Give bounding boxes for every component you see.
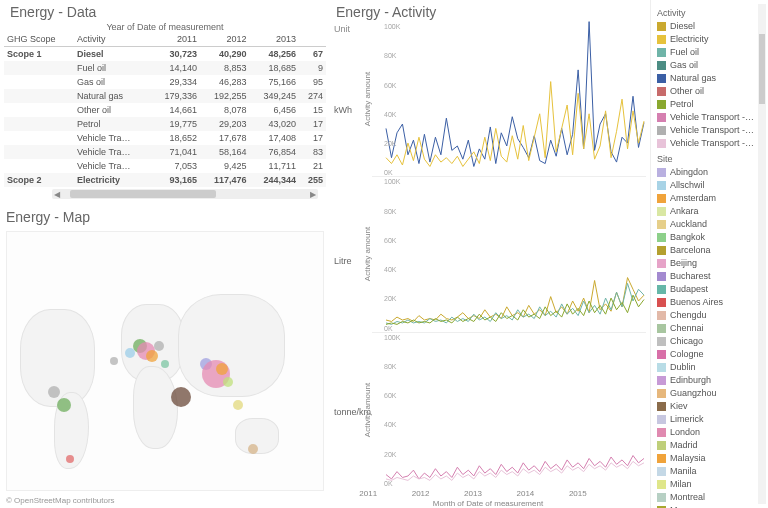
legend-item[interactable]: Malaysia: [657, 452, 764, 465]
map-bubble[interactable]: [154, 341, 164, 351]
legend-item[interactable]: Ankara: [657, 205, 764, 218]
series-line[interactable]: [386, 82, 644, 167]
legend-item[interactable]: Dublin: [657, 361, 764, 374]
legend-item[interactable]: Bucharest: [657, 270, 764, 283]
legend-swatch: [657, 285, 666, 294]
legend-item[interactable]: Abingdon: [657, 166, 764, 179]
legend-item[interactable]: Moscow: [657, 504, 764, 508]
legend-swatch: [657, 389, 666, 398]
legend-panel[interactable]: Activity DieselElectricityFuel oilGas oi…: [651, 0, 768, 508]
series-line[interactable]: [386, 455, 644, 478]
legend-item[interactable]: Vehicle Transport -…: [657, 111, 764, 124]
legend-swatch: [657, 376, 666, 385]
scroll-thumb[interactable]: [70, 190, 216, 198]
legend-swatch: [657, 220, 666, 229]
legend-swatch: [657, 480, 666, 489]
legend-item[interactable]: Petrol: [657, 98, 764, 111]
legend-swatch: [657, 233, 666, 242]
map-bubble[interactable]: [110, 357, 118, 365]
col-header[interactable]: 2012: [200, 32, 250, 47]
legend-item[interactable]: Cologne: [657, 348, 764, 361]
table-row[interactable]: Gas oil29,33446,28375,16695: [4, 75, 326, 89]
legend-item[interactable]: Budapest: [657, 283, 764, 296]
legend-swatch: [657, 259, 666, 268]
legend-item[interactable]: Chicago: [657, 335, 764, 348]
legend-swatch: [657, 337, 666, 346]
legend-item[interactable]: Madrid: [657, 439, 764, 452]
table-row[interactable]: Vehicle Tra…7,0539,42511,71121: [4, 159, 326, 173]
map-bubble[interactable]: [223, 377, 233, 387]
legend-scroll-thumb[interactable]: [759, 34, 765, 104]
legend-item[interactable]: Edinburgh: [657, 374, 764, 387]
energy-data-title: Energy - Data: [4, 0, 326, 22]
col-header[interactable]: 2013: [249, 32, 299, 47]
map-bubble[interactable]: [233, 400, 243, 410]
legend-item[interactable]: Barcelona: [657, 244, 764, 257]
map-bubble[interactable]: [161, 360, 169, 368]
map-bubble[interactable]: [171, 387, 191, 407]
legend-item[interactable]: Buenos Aires: [657, 296, 764, 309]
y-axis-label: Activity amount: [363, 227, 372, 281]
y-axis-label: Activity amount: [363, 72, 372, 126]
legend-swatch: [657, 402, 666, 411]
col-header[interactable]: [299, 32, 326, 47]
series-line[interactable]: [386, 22, 644, 167]
table-row[interactable]: Other oil14,6618,0786,45615: [4, 103, 326, 117]
table-group-header: Year of Date of measurement: [4, 22, 326, 32]
col-header[interactable]: 2011: [150, 32, 200, 47]
legend-item[interactable]: Gas oil: [657, 59, 764, 72]
legend-item[interactable]: Limerick: [657, 413, 764, 426]
legend-item[interactable]: Electricity: [657, 33, 764, 46]
legend-item[interactable]: Allschwil: [657, 179, 764, 192]
map-bubble[interactable]: [216, 363, 228, 375]
chart-facet[interactable]: Activity amount0K20K40K60K80K100K: [372, 177, 646, 332]
energy-data-table[interactable]: GHG ScopeActivity201120122013 Scope 1Die…: [4, 32, 326, 187]
legend-item[interactable]: Vehicle Transport -…: [657, 124, 764, 137]
legend-item[interactable]: Chennai: [657, 322, 764, 335]
legend-item[interactable]: Amsterdam: [657, 192, 764, 205]
chart-x-label: Month of Date of measurement: [330, 498, 646, 508]
legend-item[interactable]: London: [657, 426, 764, 439]
legend-swatch: [657, 113, 666, 122]
table-row[interactable]: Scope 2Electricity93,165117,476244,34425…: [4, 173, 326, 187]
chart-facet[interactable]: Activity amount0K20K40K60K80K100K: [372, 22, 646, 177]
legend-item[interactable]: Montreal: [657, 491, 764, 504]
legend-item[interactable]: Natural gas: [657, 72, 764, 85]
energy-map[interactable]: [6, 231, 324, 491]
legend-activity-title: Activity: [657, 8, 764, 18]
legend-item[interactable]: Manila: [657, 465, 764, 478]
energy-activity-charts[interactable]: Unit kWhLitretonne/km Activity amount0K2…: [330, 22, 646, 487]
table-row[interactable]: Vehicle Tra…18,65217,67817,40817: [4, 131, 326, 145]
chart-x-axis: 20112012201320142015: [330, 487, 646, 498]
col-header[interactable]: Activity: [74, 32, 150, 47]
legend-item[interactable]: Milan: [657, 478, 764, 491]
legend-item[interactable]: Kiev: [657, 400, 764, 413]
scroll-right-icon[interactable]: ▶: [308, 189, 318, 199]
legend-item[interactable]: Chengdu: [657, 309, 764, 322]
legend-swatch: [657, 100, 666, 109]
table-horizontal-scrollbar[interactable]: ◀ ▶: [52, 189, 318, 199]
legend-swatch: [657, 35, 666, 44]
legend-item[interactable]: Bangkok: [657, 231, 764, 244]
legend-item[interactable]: Guangzhou: [657, 387, 764, 400]
scroll-left-icon[interactable]: ◀: [52, 189, 62, 199]
legend-swatch: [657, 415, 666, 424]
chart-facet[interactable]: Activity amount0K20K40K60K80K100K: [372, 333, 646, 487]
legend-item[interactable]: Diesel: [657, 20, 764, 33]
legend-item[interactable]: Vehicle Transport -…: [657, 137, 764, 150]
legend-item[interactable]: Other oil: [657, 85, 764, 98]
table-row[interactable]: Vehicle Tra…71,04158,16476,85483: [4, 145, 326, 159]
energy-map-title: Energy - Map: [0, 205, 330, 227]
legend-scrollbar[interactable]: [758, 4, 766, 504]
table-row[interactable]: Scope 1Diesel30,72340,29048,25667: [4, 47, 326, 62]
legend-swatch: [657, 272, 666, 281]
table-row[interactable]: Natural gas179,336192,255349,245274: [4, 89, 326, 103]
legend-swatch: [657, 74, 666, 83]
legend-item[interactable]: Auckland: [657, 218, 764, 231]
legend-item[interactable]: Fuel oil: [657, 46, 764, 59]
map-bubble[interactable]: [57, 398, 71, 412]
legend-item[interactable]: Beijing: [657, 257, 764, 270]
col-header[interactable]: GHG Scope: [4, 32, 74, 47]
table-row[interactable]: Petrol19,77529,20343,02017: [4, 117, 326, 131]
table-row[interactable]: Fuel oil14,1408,85318,6859: [4, 61, 326, 75]
